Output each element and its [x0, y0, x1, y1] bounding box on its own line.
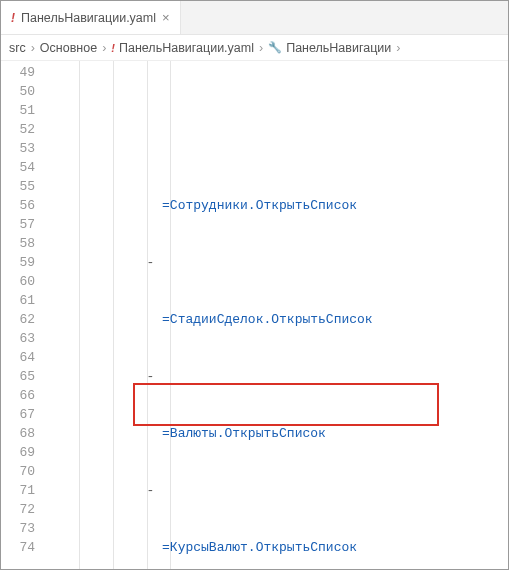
line-number: 50	[1, 82, 35, 101]
line-number: 54	[1, 158, 35, 177]
line-number: 51	[1, 101, 35, 120]
line-number: 57	[1, 215, 35, 234]
code-line[interactable]: -	[45, 253, 508, 272]
code-line[interactable]: =СтадииСделок.ОткрытьСписок	[45, 310, 508, 329]
line-number: 73	[1, 519, 35, 538]
line-number: 64	[1, 348, 35, 367]
line-number: 71	[1, 481, 35, 500]
line-number: 58	[1, 234, 35, 253]
chevron-right-icon: ›	[396, 41, 400, 55]
yaml-icon: !	[11, 11, 15, 25]
crumb-file[interactable]: ! ПанельНавигации.yaml	[111, 41, 254, 55]
wrench-icon: 🔧	[268, 41, 282, 54]
line-number: 49	[1, 63, 35, 82]
crumb-main[interactable]: Основное	[40, 41, 97, 55]
tab-label: ПанельНавигации.yaml	[21, 11, 156, 25]
line-number: 67	[1, 405, 35, 424]
code-line[interactable]: =Валюты.ОткрытьСписок	[45, 424, 508, 443]
line-number: 59	[1, 253, 35, 272]
code-line[interactable]: -	[45, 367, 508, 386]
chevron-right-icon: ›	[31, 41, 35, 55]
tab-active[interactable]: ! ПанельНавигации.yaml ×	[1, 1, 181, 34]
line-number: 65	[1, 367, 35, 386]
line-number: 53	[1, 139, 35, 158]
line-gutter: 4950515253545556575859606162636465666768…	[1, 61, 45, 569]
line-number: 66	[1, 386, 35, 405]
line-number: 63	[1, 329, 35, 348]
line-number: 70	[1, 462, 35, 481]
line-number: 52	[1, 120, 35, 139]
highlight-annotation	[133, 383, 439, 426]
line-number: 74	[1, 538, 35, 557]
crumb-symbol[interactable]: 🔧 ПанельНавигации	[268, 41, 391, 55]
line-number: 55	[1, 177, 35, 196]
line-number: 56	[1, 196, 35, 215]
close-icon[interactable]: ×	[162, 10, 170, 25]
line-number: 68	[1, 424, 35, 443]
crumb-src[interactable]: src	[9, 41, 26, 55]
breadcrumbs[interactable]: src › Основное › ! ПанельНавигации.yaml …	[1, 35, 508, 61]
line-number: 72	[1, 500, 35, 519]
code-area[interactable]: =Сотрудники.ОткрытьСписок - =СтадииСдело…	[45, 61, 508, 569]
chevron-right-icon: ›	[259, 41, 263, 55]
line-number: 69	[1, 443, 35, 462]
line-number: 61	[1, 291, 35, 310]
code-line[interactable]: -	[45, 481, 508, 500]
code-line[interactable]: =Сотрудники.ОткрытьСписок	[45, 196, 508, 215]
code-line[interactable]: =КурсыВалют.ОткрытьСписок	[45, 538, 508, 557]
yaml-icon: !	[111, 42, 115, 54]
chevron-right-icon: ›	[102, 41, 106, 55]
editor[interactable]: 4950515253545556575859606162636465666768…	[1, 61, 508, 569]
line-number: 60	[1, 272, 35, 291]
tab-bar: ! ПанельНавигации.yaml ×	[1, 1, 508, 35]
line-number: 62	[1, 310, 35, 329]
